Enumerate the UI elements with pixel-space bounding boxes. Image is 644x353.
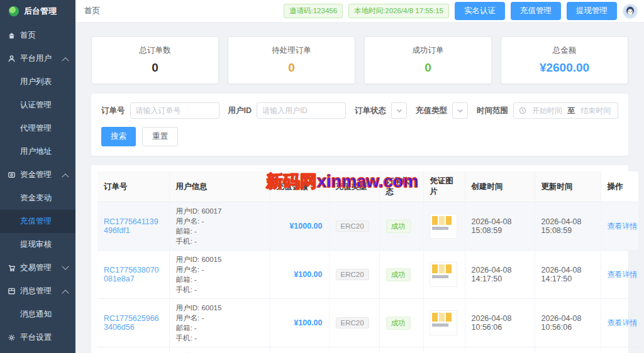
chevron-up-icon [62, 290, 69, 296]
date-range-picker[interactable]: 开始时间 至 结束时间 [513, 102, 618, 119]
sidebar-group-trade[interactable]: 交易管理 [0, 256, 75, 280]
app-title: 后台管理 [24, 6, 57, 17]
order-no-link[interactable]: RC1775641139496fdf1 [104, 217, 158, 235]
breadcrumb[interactable]: 首页 [84, 6, 100, 16]
recharge-type-label: 充值类型 [416, 106, 447, 116]
withdraw-mgmt-button[interactable]: 提现管理 [567, 2, 617, 20]
type-tag: ERC20 [336, 269, 369, 280]
status-badge: 成功 [386, 268, 411, 281]
order-no-input[interactable] [130, 102, 219, 119]
type-tag: ERC20 [336, 220, 369, 232]
chevron-up-icon [62, 57, 69, 64]
sidebar-menu: 首页 平台用户 用户列表 认证管理 代理管理 用户地址 资金管理 资金变动 充值… [0, 24, 75, 349]
orders-table: 订单号 用户信息 充值金额 充值类型 订单状态 凭证图片 创建时间 更新时间 操… [97, 171, 638, 353]
sidebar-item-user-address[interactable]: 用户地址 [0, 140, 75, 163]
sidebar-item-message-notice[interactable]: 消息通知 [0, 303, 75, 326]
amount-value: ¥1000.00 [270, 202, 329, 251]
table-row: RC1775641139496fdf1 用户ID: 60017 用户名: - 邮… [97, 202, 638, 251]
user-id-label: 用户ID [228, 106, 252, 116]
created-time: 2026-04-08 07:19:50 [465, 347, 535, 353]
home-icon [8, 31, 16, 40]
col-created: 创建时间 [465, 171, 535, 202]
chevron-down-icon [396, 107, 402, 114]
sidebar-item-fund-changes[interactable]: 资金变动 [0, 187, 75, 210]
chevron-up-icon [62, 173, 69, 180]
view-detail-link[interactable]: 查看详情 [608, 222, 638, 231]
app-logo: 后台管理 [0, 0, 75, 23]
message-icon [8, 287, 16, 295]
topbar: 首页 邀请码:123456 本地时间:2026/4/8 17:55:15 实名认… [75, 0, 644, 23]
order-no-link[interactable]: RC17756259663406d56 [104, 314, 159, 332]
view-detail-link[interactable]: 查看详情 [608, 270, 638, 279]
voucher-image[interactable] [430, 263, 457, 286]
col-updated: 更新时间 [535, 171, 601, 202]
sidebar-group-platform-users[interactable]: 平台用户 [0, 47, 75, 70]
recharge-type-select[interactable] [452, 102, 468, 119]
app-logo-icon [9, 6, 19, 16]
main-content: 总订单数 0 待处理订单 0 成功订单 0 总金额 ¥2600.00 订单号 用… [75, 23, 644, 353]
sidebar-item-agent-mgmt[interactable]: 代理管理 [0, 117, 75, 140]
user-icon [8, 55, 16, 63]
col-user-info: 用户信息 [169, 171, 270, 202]
voucher-image[interactable] [430, 214, 457, 238]
table-row: RC17756129904484371 用户ID: 60015 用户名: - 邮… [97, 347, 638, 353]
stat-success-orders-value: 0 [365, 61, 491, 75]
created-time: 2026-04-08 15:08:59 [465, 202, 535, 251]
updated-time: 2026-04-08 14:17:50 [535, 251, 601, 299]
table-header-row: 订单号 用户信息 充值金额 充值类型 订单状态 凭证图片 创建时间 更新时间 操… [97, 171, 638, 202]
created-time: 2026-04-08 10:56:06 [465, 299, 535, 347]
wallet-icon [8, 171, 16, 179]
amount-value: ¥100.00 [270, 251, 329, 299]
table-row: RC17756259663406d56 用户ID: 60015 用户名: - 邮… [97, 299, 638, 347]
avatar[interactable] [623, 4, 638, 19]
search-button[interactable]: 搜索 [101, 127, 136, 146]
stat-total-amount-value: ¥2600.00 [501, 61, 628, 75]
updated-time: 2026-04-08 15:08:59 [535, 202, 601, 251]
clock-icon [519, 107, 526, 114]
sidebar-item-home[interactable]: 首页 [0, 24, 75, 47]
chevron-down-icon [457, 107, 464, 114]
status-badge: 成功 [386, 317, 411, 330]
col-voucher: 凭证图片 [423, 171, 465, 202]
time-range-label: 时间范围 [477, 106, 508, 116]
stat-total-amount: 总金额 ¥2600.00 [501, 36, 628, 84]
range-separator: 至 [568, 106, 575, 116]
cart-icon [8, 264, 16, 272]
stat-total-orders-value: 0 [92, 61, 218, 75]
recharge-mgmt-button[interactable]: 充值管理 [511, 2, 561, 20]
order-no-link[interactable]: RC1775638070081e8a7 [104, 266, 159, 283]
invite-code-badge: 邀请码:123456 [284, 4, 343, 18]
sidebar: 后台管理 首页 平台用户 用户列表 认证管理 代理管理 用户地址 资金管理 资金… [0, 0, 75, 353]
stat-pending-orders: 待处理订单 0 [228, 36, 355, 84]
realname-auth-button[interactable]: 实名认证 [455, 2, 505, 20]
orders-table-card: 新码网xinmaw.com 订单号 用户信息 充值金额 充值类型 订单状态 凭证… [91, 165, 628, 353]
amount-value: ¥100.00 [270, 347, 329, 353]
avatar-image [624, 5, 636, 18]
sidebar-item-recharge-mgmt[interactable]: 充值管理 [0, 210, 75, 233]
voucher-image[interactable] [430, 311, 457, 335]
sidebar-item-auth-mgmt[interactable]: 认证管理 [0, 94, 75, 117]
stats-row: 总订单数 0 待处理订单 0 成功订单 0 总金额 ¥2600.00 [91, 36, 628, 84]
col-order-no: 订单号 [97, 171, 169, 202]
updated-time: 2026-04-08 07:19:50 [535, 347, 601, 353]
view-detail-link[interactable]: 查看详情 [608, 318, 638, 327]
sidebar-group-messages[interactable]: 消息管理 [0, 280, 75, 303]
sidebar-group-funds[interactable]: 资金管理 [0, 163, 75, 187]
amount-value: ¥100.00 [270, 299, 329, 347]
stat-success-orders: 成功订单 0 [364, 36, 492, 84]
col-type: 充值类型 [329, 171, 379, 202]
updated-time: 2026-04-08 10:56:06 [535, 299, 601, 347]
sidebar-item-user-list[interactable]: 用户列表 [0, 70, 75, 94]
chevron-down-icon [62, 263, 69, 269]
end-time-placeholder: 结束时间 [579, 106, 613, 116]
user-id-input[interactable] [257, 102, 346, 119]
order-status-label: 订单状态 [355, 106, 386, 116]
created-time: 2026-04-08 14:17:50 [465, 251, 535, 299]
stat-total-orders: 总订单数 0 [91, 36, 219, 84]
sidebar-item-platform-settings[interactable]: 平台设置 [0, 326, 75, 349]
col-status: 订单状态 [379, 171, 423, 202]
col-amount: 充值金额 [270, 171, 329, 202]
order-status-select[interactable] [391, 102, 407, 119]
sidebar-item-withdraw-review[interactable]: 提现审核 [0, 233, 75, 256]
reset-button[interactable]: 重置 [142, 127, 178, 146]
